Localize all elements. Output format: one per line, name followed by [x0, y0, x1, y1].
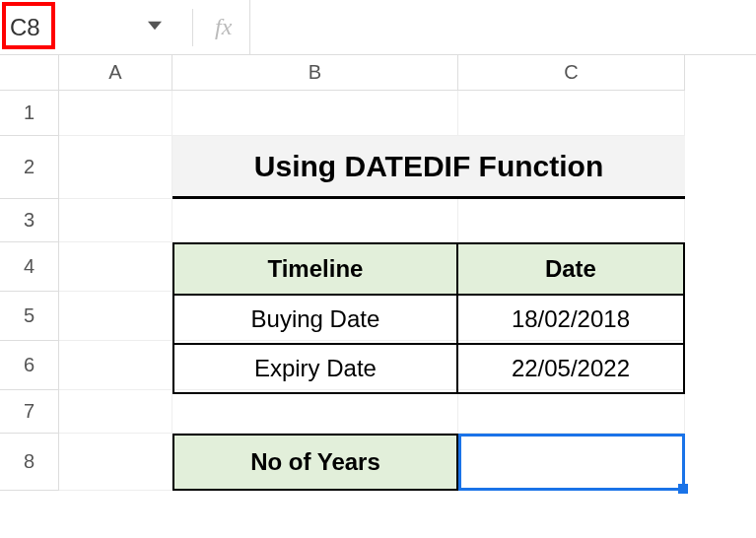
- row-header-7[interactable]: 7: [0, 390, 59, 434]
- row-header-6[interactable]: 6: [0, 341, 59, 390]
- row-header-1[interactable]: 1: [0, 91, 59, 136]
- row-header-8[interactable]: 8: [0, 434, 59, 491]
- header-timeline[interactable]: Timeline: [174, 244, 458, 294]
- col-header-C[interactable]: C: [458, 55, 685, 91]
- select-all-corner[interactable]: [0, 55, 59, 91]
- cell-A7[interactable]: [59, 390, 172, 434]
- cell-A3[interactable]: [59, 199, 172, 242]
- sheet-body[interactable]: Using DATEDIF Function Timeline Date Buy…: [59, 91, 685, 491]
- cell-B3[interactable]: [172, 199, 458, 242]
- row-header-3[interactable]: 3: [0, 199, 59, 242]
- column-header-row: A B C: [0, 55, 756, 91]
- table-row: Buying Date 18/02/2018: [174, 294, 683, 343]
- cell-A5[interactable]: [59, 292, 172, 341]
- header-date[interactable]: Date: [458, 244, 683, 294]
- row-header-4[interactable]: 4: [0, 242, 59, 292]
- cell-date-0[interactable]: 18/02/2018: [458, 296, 683, 343]
- col-header-A[interactable]: A: [59, 55, 172, 91]
- cell-timeline-1[interactable]: Expiry Date: [174, 345, 458, 392]
- years-label[interactable]: No of Years: [172, 434, 458, 491]
- row-header-2[interactable]: 2: [0, 136, 59, 199]
- cell-A1[interactable]: [59, 91, 172, 136]
- cell-A4[interactable]: [59, 242, 172, 292]
- row-headers: 1 2 3 4 5 6 7 8: [0, 91, 59, 491]
- row-header-5[interactable]: 5: [0, 292, 59, 341]
- cell-A6[interactable]: [59, 341, 172, 390]
- cell-B1[interactable]: [172, 91, 458, 136]
- cell-A8[interactable]: [59, 434, 172, 491]
- name-box-dropdown-icon[interactable]: [148, 19, 162, 35]
- data-table: Timeline Date Buying Date 18/02/2018 Exp…: [172, 242, 685, 394]
- name-box[interactable]: [10, 14, 148, 41]
- formula-input[interactable]: [249, 0, 756, 54]
- cell-timeline-0[interactable]: Buying Date: [174, 296, 458, 343]
- grid-area: 1 2 3 4 5 6 7 8 Using DATEDIF Function T…: [0, 91, 756, 491]
- page-title[interactable]: Using DATEDIF Function: [172, 136, 685, 199]
- fx-icon[interactable]: fx: [193, 14, 249, 40]
- cell-C8[interactable]: [458, 434, 685, 491]
- cell-C3[interactable]: [458, 199, 685, 242]
- col-header-B[interactable]: B: [172, 55, 458, 91]
- name-box-container: [0, 0, 192, 54]
- cell-C1[interactable]: [458, 91, 685, 136]
- cell-A2[interactable]: [59, 136, 172, 199]
- table-row: Expiry Date 22/05/2022: [174, 343, 683, 392]
- cell-C7[interactable]: [458, 390, 685, 434]
- cell-date-1[interactable]: 22/05/2022: [458, 345, 683, 392]
- formula-bar: fx: [0, 0, 756, 55]
- cell-B7[interactable]: [172, 390, 458, 434]
- table-header-row: Timeline Date: [174, 244, 683, 294]
